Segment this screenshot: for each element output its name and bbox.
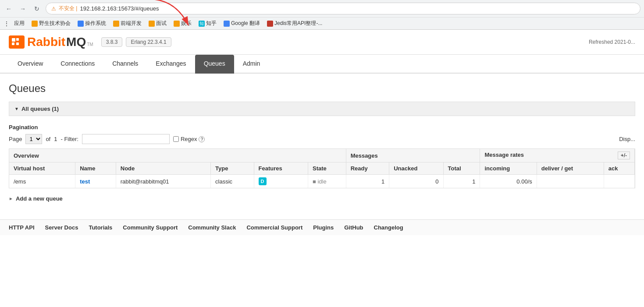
nav-queues[interactable]: Queues: [195, 55, 234, 74]
cell-name[interactable]: test: [75, 175, 116, 188]
page-title: Queues: [9, 82, 635, 95]
regex-help-icon[interactable]: ?: [199, 136, 205, 142]
nav-channels[interactable]: Channels: [103, 55, 147, 74]
cell-features: D: [254, 175, 308, 188]
overview-group-header: Overview: [9, 149, 346, 162]
version-badge: 3.8.3: [101, 37, 123, 47]
bookmark-icon: [78, 21, 84, 27]
browser-chrome: ← → ↻ ⚠ 不安全 | 192.168.2.163:15673/#/queu…: [0, 0, 644, 30]
col-virtual-host: Virtual host: [9, 162, 75, 175]
logo-mq: MQ: [66, 35, 86, 49]
footer-link-github[interactable]: GitHub: [344, 224, 363, 231]
bookmark-icon: 知: [199, 21, 205, 27]
forward-button[interactable]: →: [18, 4, 28, 14]
cell-total: 1: [443, 175, 480, 188]
regex-checkbox[interactable]: [173, 136, 179, 142]
bookmark-label: 知乎: [206, 20, 217, 27]
bookmark-icon: [32, 21, 38, 27]
messages-group-header: Messages: [346, 149, 480, 162]
logo-icon: [9, 35, 25, 49]
nav-overview[interactable]: Overview: [9, 55, 52, 74]
bookmark-6[interactable]: 知 知乎: [196, 19, 219, 28]
refreshed-text: Refreshed 2021-0...: [589, 39, 635, 45]
page-label: Page: [9, 136, 22, 142]
footer-link-http-api[interactable]: HTTP API: [9, 224, 35, 231]
bookmark-label: 野生技术协会: [39, 20, 71, 27]
bookmark-icon: [174, 21, 180, 27]
bookmark-label: 应用: [14, 20, 25, 27]
of-value: 1: [54, 136, 57, 142]
cell-incoming: 0.00/s: [480, 175, 537, 188]
all-queues-section-header[interactable]: ▼ All queues (1): [9, 102, 635, 116]
col-node: Node: [116, 162, 210, 175]
footer-link-changelog[interactable]: Changelog: [374, 224, 403, 231]
table-row: /ems test rabbit@rabbitmq01 classic D ■ …: [9, 175, 635, 188]
plus-minus-button[interactable]: +/-: [618, 152, 630, 159]
pagination-label: Pagination: [9, 124, 635, 131]
footer-link-plugins[interactable]: Plugins: [313, 224, 334, 231]
svg-rect-3: [16, 38, 19, 41]
cell-deliver-get: [537, 175, 604, 188]
bookmark-8[interactable]: Jedis常用API整理-...: [264, 19, 325, 28]
bookmark-icon: [267, 21, 273, 27]
cell-ready: 1: [346, 175, 389, 188]
rabbitmq-app: Rabbit MQ TM 3.8.3 Erlang 22.3.4.1 Refre…: [0, 30, 644, 235]
footer-link-community-slack[interactable]: Community Slack: [188, 224, 236, 231]
section-title: All queues (1): [21, 106, 59, 112]
main-nav: Overview Connections Channels Exchanges …: [0, 55, 644, 74]
filter-label: - Filter:: [60, 136, 78, 142]
col-type: Type: [211, 162, 254, 175]
bookmark-1[interactable]: 野生技术协会: [29, 19, 73, 28]
of-label: of: [46, 136, 50, 142]
bookmark-4[interactable]: 面试: [146, 19, 169, 28]
queues-table-wrapper: Overview Messages Message rates +/- Virt…: [9, 148, 635, 188]
apps-grid-icon[interactable]: ⋮: [4, 20, 10, 27]
section-collapse-arrow: ▼: [14, 106, 19, 111]
pagination-area: Pagination Page 1 of 1 - Filter: Regex ?…: [9, 120, 635, 148]
browser-toolbar: ← → ↻ ⚠ 不安全 | 192.168.2.163:15673/#/queu…: [0, 0, 644, 17]
col-state: State: [308, 162, 346, 175]
svg-rect-5: [12, 42, 14, 45]
message-rates-group-header: Message rates +/-: [480, 149, 635, 162]
footer-link-community-support[interactable]: Community Support: [123, 224, 178, 231]
col-deliver-get: deliver / get: [537, 162, 604, 175]
footer-link-tutorials[interactable]: Tutorials: [89, 224, 112, 231]
version-badges: 3.8.3 Erlang 22.3.4.1: [101, 37, 171, 47]
filter-input[interactable]: [82, 134, 170, 144]
back-button[interactable]: ←: [4, 4, 14, 14]
page-select[interactable]: 1: [25, 134, 42, 144]
bookmark-icon: [224, 21, 230, 27]
bookmark-2[interactable]: 操作系统: [75, 19, 109, 28]
nav-connections[interactable]: Connections: [52, 55, 103, 74]
footer-link-server-docs[interactable]: Server Docs: [45, 224, 78, 231]
url-insecure-label: 不安全 |: [59, 5, 77, 12]
bookmark-5[interactable]: 娱乐: [171, 19, 194, 28]
cell-node: rabbit@rabbitmq01: [116, 175, 210, 188]
cell-virtual-host: /ems: [9, 175, 75, 188]
nav-exchanges[interactable]: Exchanges: [147, 55, 195, 74]
footer-link-commercial-support[interactable]: Commercial Support: [246, 224, 302, 231]
address-bar[interactable]: ⚠ 不安全 | 192.168.2.163:15673/#/queues: [46, 3, 640, 14]
col-name: Name: [75, 162, 116, 175]
nav-admin[interactable]: Admin: [234, 55, 269, 74]
add-queue-toggle[interactable]: ► Add a new queue: [9, 195, 635, 202]
bookmark-apps[interactable]: 应用: [11, 19, 27, 28]
cell-type: classic: [211, 175, 254, 188]
logo-rabbit: Rabbit: [27, 35, 65, 49]
regex-label: Regex ?: [173, 136, 205, 142]
bookmarks-bar: ⋮ 应用 野生技术协会 操作系统 前端开发 面试 娱乐 知 知乎: [0, 17, 644, 29]
col-ready: Ready: [346, 162, 389, 175]
cell-state: ■ idle: [308, 175, 346, 188]
cell-unacked: 0: [389, 175, 443, 188]
add-queue-arrow: ►: [9, 196, 13, 201]
bookmark-7[interactable]: Google 翻译: [221, 19, 263, 28]
bookmark-3[interactable]: 前端开发: [110, 19, 144, 28]
regex-text: Regex: [181, 136, 197, 142]
col-features: Features: [254, 162, 308, 175]
bookmark-label: Google 翻译: [231, 20, 260, 27]
pagination-controls: Page 1 of 1 - Filter: Regex ? Disp...: [9, 134, 635, 144]
insecure-icon: ⚠: [51, 6, 56, 12]
bookmark-icon: [113, 21, 119, 27]
refresh-button[interactable]: ↻: [32, 4, 42, 14]
logo-tm: TM: [87, 42, 93, 47]
